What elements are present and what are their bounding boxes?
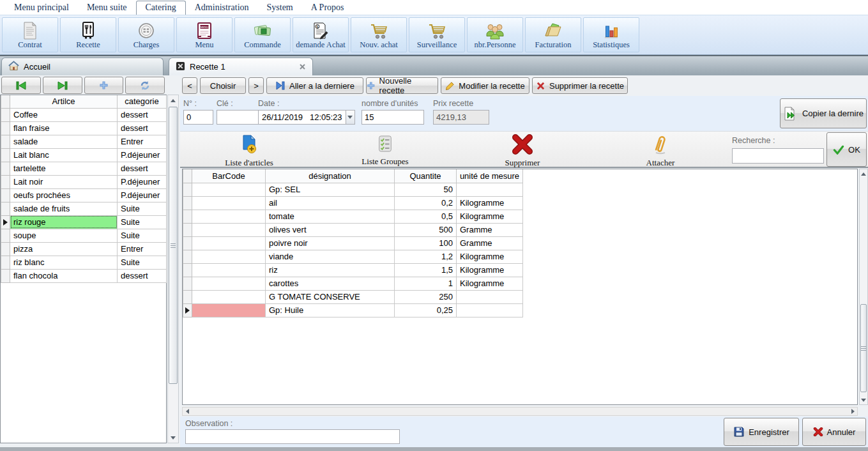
unite-cell[interactable]: Kilogramme xyxy=(457,263,523,277)
menu-item-catering[interactable]: Catering xyxy=(136,1,186,15)
unite-cell[interactable]: Kilogramme xyxy=(457,250,523,263)
choisir-button[interactable]: Choisir xyxy=(200,77,246,94)
edit-recette-button[interactable]: Modifier la recette xyxy=(441,77,529,94)
row-selector[interactable] xyxy=(1,188,10,202)
table-row[interactable]: Lait blancP.déjeuner xyxy=(1,148,167,162)
recherche-input[interactable] xyxy=(732,148,824,164)
column-header-categorie[interactable]: categorie xyxy=(118,95,167,108)
table-row[interactable]: saladeEntrer xyxy=(1,135,167,148)
menu-item-administration[interactable]: Administration xyxy=(186,1,258,15)
unite-cell[interactable] xyxy=(457,290,523,303)
close-icon[interactable] xyxy=(299,63,306,70)
table-row[interactable]: viande1,2Kilogramme xyxy=(183,250,523,263)
quantite-cell[interactable]: 1,5 xyxy=(395,263,457,277)
designation-cell[interactable]: viande xyxy=(266,250,395,263)
quantite-cell[interactable]: 100 xyxy=(395,236,457,250)
table-row[interactable]: G TOMATE CONSERVE250 xyxy=(183,290,523,303)
barcode-cell[interactable] xyxy=(192,263,266,277)
table-row-current[interactable]: Gp: Huile0,25 xyxy=(183,303,523,317)
categorie-cell[interactable]: Suite xyxy=(118,215,167,229)
refresh-button[interactable] xyxy=(125,77,165,94)
toolbar-button-recette[interactable]: Recette xyxy=(60,17,116,52)
article-cell[interactable]: oeufs prochées xyxy=(10,188,118,202)
row-selector[interactable] xyxy=(1,162,10,175)
table-row[interactable]: riz blancSuite xyxy=(1,256,167,269)
toolbar-button-statistiques[interactable]: Statistiques xyxy=(583,17,639,52)
table-row[interactable]: pizzaEntrer xyxy=(1,242,167,256)
unite-cell[interactable] xyxy=(457,183,523,196)
article-cell[interactable]: riz blanc xyxy=(10,256,118,269)
go-to-last-button[interactable]: Aller a la derniere xyxy=(266,77,363,94)
designation-cell[interactable]: olives vert xyxy=(266,223,395,236)
designation-cell[interactable]: G TOMATE CONSERVE xyxy=(266,290,395,303)
quantite-cell[interactable]: 50 xyxy=(395,183,457,196)
toolbar-button-contrat[interactable]: Contrat xyxy=(2,17,58,52)
article-cell-selected[interactable]: riz rouge xyxy=(10,215,118,229)
unite-cell[interactable]: Gramme xyxy=(457,223,523,236)
unite-cell[interactable]: Gramme xyxy=(457,236,523,250)
categorie-cell[interactable]: P.déjeuner xyxy=(118,188,167,202)
article-cell[interactable]: salade xyxy=(10,135,118,148)
menu-item-menu-principal[interactable]: Menu principal xyxy=(5,1,78,15)
unite-cell[interactable]: Kilogramme xyxy=(457,210,523,223)
table-row[interactable]: tomate0,5Kilogramme xyxy=(183,210,523,223)
toolbar-button-commande[interactable]: Commande xyxy=(234,17,291,52)
scroll-right-icon[interactable] xyxy=(848,408,857,415)
toolbar-button-charges[interactable]: Charges xyxy=(118,17,174,52)
categorie-cell[interactable]: Entrer xyxy=(118,242,167,256)
tab-accueil[interactable]: Accueil xyxy=(1,57,164,75)
column-header-quantite[interactable]: Quantite xyxy=(395,169,457,183)
add-article-button[interactable] xyxy=(84,77,124,94)
scroll-up-icon[interactable] xyxy=(860,169,867,178)
row-selector[interactable] xyxy=(1,202,10,215)
scroll-down-icon[interactable] xyxy=(860,395,867,404)
categorie-cell[interactable]: Suite xyxy=(118,256,167,269)
scroll-down-icon[interactable] xyxy=(168,432,178,443)
table-row[interactable]: olives vert500Gramme xyxy=(183,223,523,236)
table-row[interactable]: Coffeedessert xyxy=(1,108,167,121)
article-cell[interactable]: pizza xyxy=(10,242,118,256)
quantite-cell[interactable]: 0,25 xyxy=(395,303,457,317)
table-row[interactable]: soupeSuite xyxy=(1,229,167,242)
menu-item-system[interactable]: System xyxy=(258,1,302,15)
scroll-left-icon[interactable] xyxy=(183,408,192,415)
article-cell[interactable]: flan chocola xyxy=(10,269,118,282)
next-record-button[interactable]: > xyxy=(248,77,264,94)
table-row[interactable]: poivre noir100Gramme xyxy=(183,236,523,250)
annuler-button[interactable]: Annuler xyxy=(802,418,866,446)
row-selector[interactable] xyxy=(1,229,10,242)
row-selector[interactable] xyxy=(183,290,192,303)
row-selector[interactable] xyxy=(1,121,10,135)
toolbar-button-surveillance[interactable]: Surveillance xyxy=(409,17,465,52)
table-row[interactable]: carottes1Kilogramme xyxy=(183,277,523,290)
row-selector[interactable] xyxy=(1,148,10,162)
categorie-cell[interactable]: Suite xyxy=(118,229,167,242)
attacher-button[interactable]: Attacher xyxy=(613,134,708,168)
categorie-cell[interactable]: P.déjeuner xyxy=(118,175,167,188)
toolbar-button-facturation[interactable]: Facturation xyxy=(525,17,581,52)
column-header-designation[interactable]: désignation xyxy=(266,169,395,183)
unites-input[interactable] xyxy=(362,110,424,125)
article-cell[interactable]: Coffee xyxy=(10,108,118,121)
prev-record-button[interactable]: < xyxy=(182,77,197,94)
row-selector[interactable] xyxy=(1,175,10,188)
row-selector[interactable] xyxy=(183,250,192,263)
unite-cell[interactable] xyxy=(457,303,523,317)
row-selector[interactable] xyxy=(1,108,10,121)
table-row[interactable]: riz1,5Kilogramme xyxy=(183,263,523,277)
ingredients-hscrollbar[interactable] xyxy=(182,407,858,416)
article-cell[interactable]: Lait noir xyxy=(10,175,118,188)
article-cell[interactable]: tartelette xyxy=(10,162,118,175)
article-cell[interactable]: soupe xyxy=(10,229,118,242)
table-row[interactable]: Gp: SEL50 xyxy=(183,183,523,196)
tab-recette-1[interactable]: Recette 1 xyxy=(169,57,313,75)
barcode-cell[interactable] xyxy=(192,210,266,223)
numero-input[interactable] xyxy=(183,110,213,125)
barcode-cell[interactable] xyxy=(192,183,266,196)
designation-cell[interactable]: tomate xyxy=(266,210,395,223)
table-row-selected[interactable]: riz rougeSuite xyxy=(1,215,167,229)
articles-scrollbar[interactable] xyxy=(167,95,179,443)
quantite-cell[interactable]: 250 xyxy=(395,290,457,303)
supprimer-button[interactable]: Supprimer xyxy=(475,134,570,168)
current-row-marker[interactable] xyxy=(1,215,10,229)
